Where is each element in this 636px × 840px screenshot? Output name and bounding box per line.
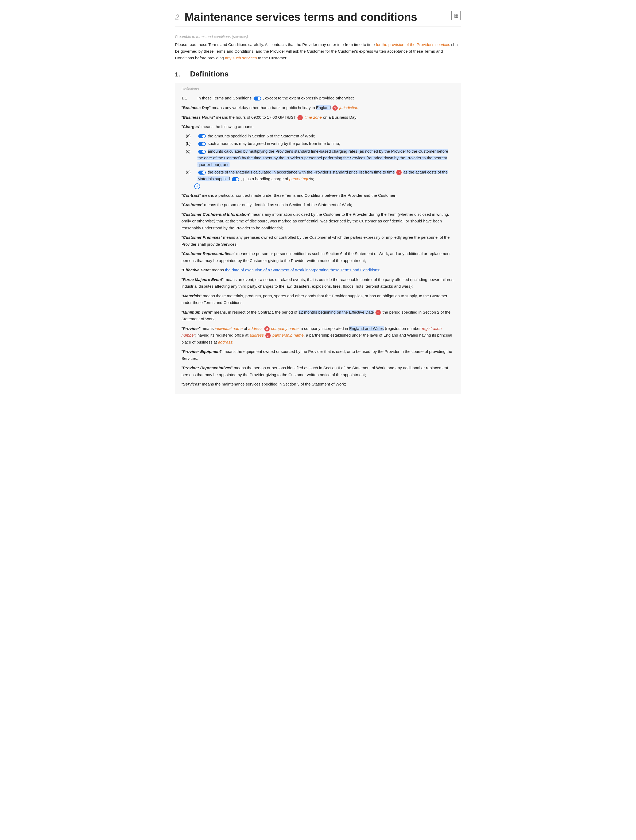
or-badge-d: or	[396, 170, 401, 175]
section-title-row: 1. Definitions	[175, 70, 461, 78]
highlight-d: the costs of the Materials calculated in…	[208, 170, 395, 174]
def-services: "Services" means the maintenance service…	[181, 381, 455, 388]
term-customer: Customer	[183, 202, 202, 207]
letter-a: (a)	[186, 133, 193, 139]
subclause-d-text: the costs of the Materials calculated in…	[197, 169, 455, 182]
term-business-day: Business Day	[183, 105, 209, 110]
def-provider: "Provider" means individual name of addr…	[181, 325, 455, 346]
section-1: 1. Definitions Definitions 1.1 In these …	[175, 70, 461, 394]
effective-date-underline: the date of execution of a Statement of …	[225, 268, 379, 272]
highlight-services: any such services	[225, 55, 257, 60]
italic-partnership-name: partnership name	[272, 333, 304, 337]
italic-company-name: company name	[271, 326, 299, 331]
highlight-england-wales: England and Wales	[349, 326, 384, 331]
term-customer-reps: Customer Representatives	[183, 251, 233, 256]
def-materials: "Materials" means those materials, produ…	[181, 292, 455, 306]
definitions-section: Definitions 1.1 In these Terms and Condi…	[175, 83, 461, 394]
subclause-a-text: the amounts specified in Section 5 of th…	[197, 133, 315, 139]
term-customer-confidential: Customer Confidential Information	[183, 212, 249, 216]
or-badge-prov2: or	[265, 333, 271, 338]
subclause-a: (a) the amounts specified in Section 5 o…	[186, 133, 455, 139]
highlight-england: England	[316, 105, 331, 110]
italic-percentage: percentage	[289, 177, 309, 181]
add-subclause-button[interactable]: +	[194, 183, 200, 189]
preamble-section: Preamble to terms and conditions (servic…	[175, 35, 461, 61]
term-charges: Charges	[183, 124, 199, 129]
preamble-label: Preamble to terms and conditions (servic…	[175, 35, 461, 39]
subclause-b-text: such amounts as may be agreed in writing…	[197, 141, 340, 147]
def-customer: "Customer" means the person or entity id…	[181, 201, 455, 208]
toggle-d[interactable]	[198, 171, 206, 175]
preamble-text: Please read these Terms and Conditions c…	[175, 41, 461, 61]
def-business-hours: "Business Hours" means the hours of 09:0…	[181, 114, 455, 121]
def-customer-reps: "Customer Representatives" means the per…	[181, 250, 455, 264]
def-customer-confidential: "Customer Confidential Information" mean…	[181, 211, 455, 232]
def-contract: "Contract" means a particular contract m…	[181, 192, 455, 199]
letter-b: (b)	[186, 141, 193, 147]
letter-c: (c)	[186, 148, 193, 168]
or-badge-min: or	[375, 310, 381, 315]
def-customer-premises: "Customer Premises" means any premises o…	[181, 234, 455, 248]
doc-title: Maintenance services terms and condition…	[185, 11, 417, 24]
clause-1-1-text: In these Terms and Conditions , except t…	[197, 95, 455, 102]
term-contract: Contract	[183, 193, 199, 197]
italic-individual-name: individual name	[215, 326, 242, 331]
subclause-d: (d) the costs of the Materials calculate…	[186, 169, 455, 182]
or-badge-1: or	[332, 105, 338, 111]
term-business-hours: Business Hours	[183, 115, 213, 120]
toggle-c[interactable]	[198, 150, 206, 154]
italic-address-3: address	[218, 340, 232, 344]
def-charges: "Charges" means the following amounts:	[181, 123, 455, 130]
section-heading: Definitions	[190, 70, 229, 78]
toggle-b[interactable]	[198, 142, 206, 146]
or-badge-prov1: or	[264, 326, 270, 332]
highlight-provision: for the provision of the Provider's serv…	[376, 42, 450, 47]
section-num: 1.	[175, 71, 185, 78]
term-force-majeure: Force Majeure Event	[183, 277, 222, 282]
clause-num-1-1: 1.1	[181, 95, 191, 102]
term-provider-equipment: Provider Equipment	[183, 349, 221, 354]
italic-address-1: address	[248, 326, 263, 331]
add-clause-btn-area: +	[193, 183, 455, 189]
term-provider: Provider	[183, 326, 199, 331]
subclause-b: (b) such amounts as may be agreed in wri…	[186, 141, 455, 147]
subclause-c-text: amounts calculated by multiplying the Pr…	[197, 148, 455, 168]
term-customer-premises: Customer Premises	[183, 235, 220, 240]
def-effective-date: "Effective Date" means the date of execu…	[181, 267, 455, 273]
subclause-c: (c) amounts calculated by multiplying th…	[186, 148, 455, 168]
definitions-label: Definitions	[181, 87, 455, 91]
def-minimum-term: "Minimum Term" means, in respect of the …	[181, 309, 455, 322]
def-provider-reps: "Provider Representatives" means the per…	[181, 365, 455, 378]
italic-address-2: address	[250, 333, 264, 337]
term-materials: Materials	[183, 294, 200, 298]
page-header: 2 Maintenance services terms and conditi…	[175, 11, 461, 27]
italic-timezone: time zone	[304, 115, 322, 120]
def-force-majeure: "Force Majeure Event" means an event, or…	[181, 276, 455, 290]
or-badge-2: or	[298, 115, 303, 120]
def-business-day: "Business Day" means any weekday other t…	[181, 104, 455, 111]
letter-d: (d)	[186, 169, 193, 182]
highlight-12-months: 12 months beginning on the Effective Dat…	[299, 310, 374, 314]
def-provider-equipment: "Provider Equipment" means the equipment…	[181, 348, 455, 362]
term-provider-reps: Provider Representatives	[183, 365, 231, 370]
doc-icon[interactable]: ▦	[451, 11, 461, 21]
toggle-d2[interactable]	[232, 177, 239, 181]
page-number: 2	[175, 13, 179, 21]
term-services: Services	[183, 382, 199, 386]
clause-1-1: 1.1 In these Terms and Conditions , exce…	[181, 95, 455, 102]
toggle-a[interactable]	[198, 134, 206, 138]
toggle-1-1[interactable]	[253, 96, 261, 101]
highlight-c: amounts calculated by multiplying the Pr…	[197, 149, 448, 167]
term-effective-date: Effective Date	[183, 268, 209, 272]
title-area: 2 Maintenance services terms and conditi…	[175, 11, 417, 24]
term-minimum-term: Minimum Term	[183, 310, 211, 314]
italic-jurisdiction: jurisdiction	[339, 105, 358, 110]
